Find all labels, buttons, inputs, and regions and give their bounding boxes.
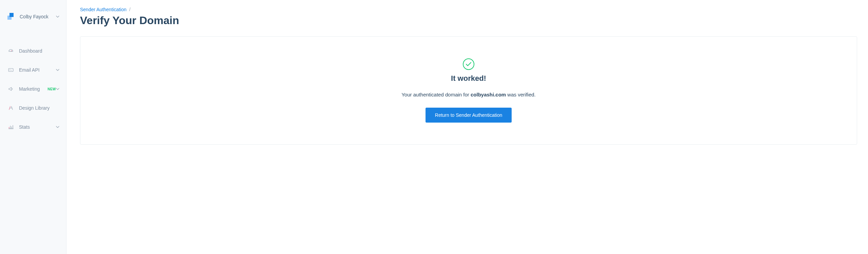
sidebar-item-dashboard[interactable]: Dashboard [0,41,66,60]
sidebar-item-label: Email API [19,67,56,73]
chevron-down-icon [56,87,59,91]
sidebar-item-label: Marketing [19,86,45,92]
message-suffix: was verified. [506,92,536,97]
user-switcher[interactable]: Colby Fayock [0,8,66,25]
verified-domain: colbyashi.com [471,92,506,97]
sidebar-item-label: Dashboard [19,48,59,54]
sidebar-item-label: Design Library [19,105,59,111]
main-content: Sender Authentication / Verify Your Doma… [66,0,868,254]
return-button[interactable]: Return to Sender Authentication [426,108,512,123]
breadcrumb-separator: / [129,7,131,12]
message-prefix: Your authenticated domain for [401,92,471,97]
sidebar: Colby Fayock Dashboard [0,0,66,254]
check-circle-icon [463,58,474,70]
success-message: Your authenticated domain for colbyashi.… [94,92,843,97]
verify-result-card: It worked! Your authenticated domain for… [80,36,857,145]
chevron-down-icon [56,15,59,18]
svg-rect-0 [8,69,13,72]
chevron-down-icon [56,68,59,72]
sidebar-item-marketing[interactable]: Marketing NEW [0,79,66,98]
sidebar-item-email-api[interactable]: Email API [0,60,66,79]
breadcrumb-parent-link[interactable]: Sender Authentication [80,7,126,12]
gauge-icon [7,48,14,54]
chevron-down-icon [56,125,59,129]
page-title: Verify Your Domain [80,14,857,27]
success-heading: It worked! [94,74,843,83]
sidebar-nav: Dashboard Email API Mark [0,41,66,137]
megaphone-icon [7,86,14,92]
sidebar-item-label: Stats [19,124,56,130]
pencil-ruler-icon [7,105,14,111]
brand-logo-icon [7,13,15,20]
new-badge: NEW [47,87,56,91]
bar-chart-icon [7,124,14,130]
user-name: Colby Fayock [20,14,56,19]
sidebar-item-design-library[interactable]: Design Library [0,98,66,117]
sidebar-item-stats[interactable]: Stats [0,117,66,137]
breadcrumb: Sender Authentication / [80,7,857,12]
terminal-card-icon [7,67,14,73]
